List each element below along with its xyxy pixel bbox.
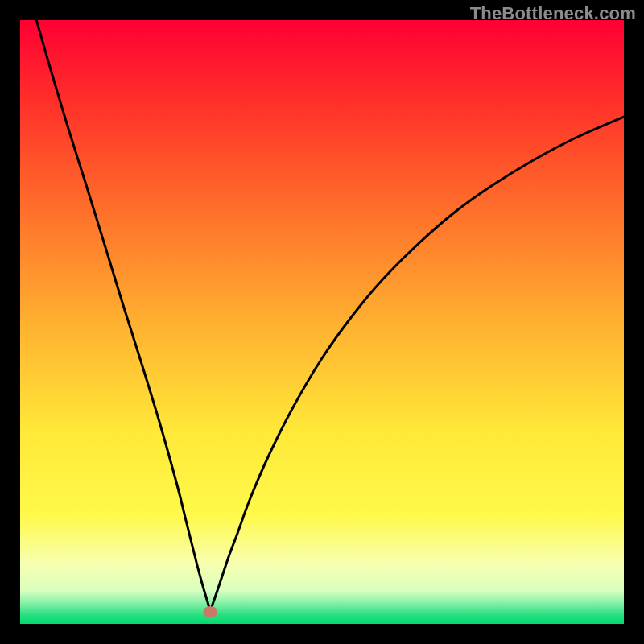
- chart-frame: TheBottleneck.com: [0, 0, 644, 644]
- watermark-text: TheBottleneck.com: [470, 3, 636, 24]
- optimal-point-marker: [203, 606, 217, 617]
- plot-area: [20, 20, 624, 624]
- bottleneck-curve-layer: [20, 20, 624, 624]
- bottleneck-curve: [36, 20, 624, 609]
